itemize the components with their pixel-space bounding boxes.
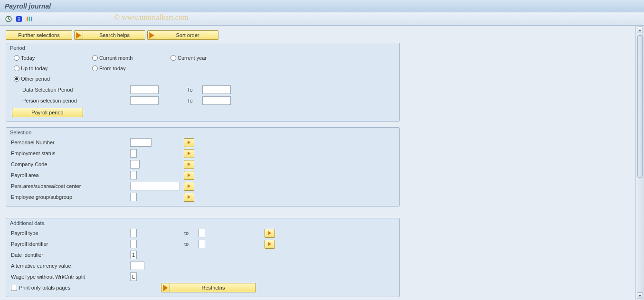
wage-type-row: WageType without WrkCntr split L: [9, 272, 397, 282]
vertical-scrollbar[interactable]: ▲ ▼: [635, 26, 644, 300]
watermark-text: © www.tutorialkart.com: [114, 13, 188, 22]
radio-icon: [92, 55, 98, 61]
pers-area-multi-button[interactable]: [184, 182, 194, 191]
radio-from-today[interactable]: From today: [92, 66, 126, 71]
further-selections-button[interactable]: Further selections: [6, 30, 72, 40]
alt-currency-label: Alternative currency value: [9, 263, 130, 269]
payroll-identifier-multi-button[interactable]: [265, 240, 275, 249]
sort-order-label: Sort order: [176, 32, 199, 38]
to-label-lc: to: [184, 241, 199, 247]
app-toolbar: © www.tutorialkart.com: [0, 12, 644, 26]
radio-up-to-today[interactable]: Up to today: [14, 66, 92, 71]
arrow-right-icon: [161, 283, 170, 292]
data-selection-period-row: Data Selection Period To: [9, 84, 397, 95]
payroll-area-row: Payroll area: [9, 170, 397, 180]
pers-area-row: Pers.area/subarea/cost center: [9, 181, 397, 191]
radio-current-month[interactable]: Current month: [92, 55, 170, 61]
payroll-area-label: Payroll area: [9, 172, 130, 178]
svg-rect-4: [27, 17, 28, 21]
data-sel-period-from-input[interactable]: [130, 85, 159, 94]
scroll-up-arrow-icon[interactable]: ▲: [637, 27, 643, 33]
radio-other-period[interactable]: Other period: [14, 76, 50, 82]
scroll-down-arrow-icon[interactable]: ▼: [637, 292, 643, 299]
employment-status-label: Employment status: [9, 150, 130, 156]
radio-from-today-label: From today: [99, 66, 126, 71]
period-group: Period Today Current month Current year: [6, 43, 400, 122]
payroll-period-label: Payroll period: [31, 110, 63, 115]
radio-icon: [14, 66, 19, 71]
scroll-thumb[interactable]: [637, 35, 643, 178]
payroll-type-multi-button[interactable]: [265, 229, 275, 238]
search-helps-label: Search helps: [99, 32, 130, 38]
radio-current-year[interactable]: Current year: [170, 55, 207, 61]
scroll-area: Further selections Search helps Sort ord…: [0, 26, 635, 300]
data-selection-period-label: Data Selection Period: [9, 87, 130, 93]
additional-data-group: Additional data Payroll type to Payroll …: [6, 218, 400, 297]
company-code-multi-button[interactable]: [184, 160, 194, 169]
alt-currency-row: Alternative currency value: [9, 261, 397, 271]
alt-currency-input[interactable]: [130, 262, 144, 270]
emp-group-multi-button[interactable]: [184, 193, 194, 202]
date-identifier-input[interactable]: 1: [130, 251, 137, 259]
person-sel-period-to-input[interactable]: [202, 96, 231, 105]
selection-group-title: Selection: [9, 130, 397, 135]
data-sel-period-to-input[interactable]: [202, 85, 231, 94]
payroll-identifier-to-input[interactable]: [199, 240, 205, 248]
radio-today[interactable]: Today: [14, 55, 92, 61]
payroll-area-input[interactable]: [130, 171, 137, 179]
to-label-lc: to: [184, 230, 199, 236]
content-area: Further selections Search helps Sort ord…: [0, 26, 644, 300]
selection-group: Selection Personnel Number Employment st…: [6, 127, 400, 206]
print-only-row: Print only totals pages Restrictns: [9, 282, 397, 293]
employment-status-input[interactable]: [130, 149, 137, 158]
personnel-number-multi-button[interactable]: [184, 138, 194, 147]
person-sel-period-from-input[interactable]: [130, 96, 159, 105]
restrictions-label: Restrictns: [202, 285, 225, 291]
svg-rect-5: [29, 17, 30, 21]
radio-icon: [92, 66, 98, 71]
restrictions-button[interactable]: Restrictns: [161, 283, 256, 292]
radio-icon: [14, 55, 19, 61]
info-icon[interactable]: [15, 15, 23, 23]
search-helps-button[interactable]: Search helps: [74, 30, 145, 40]
company-code-input[interactable]: [130, 160, 140, 169]
svg-rect-3: [19, 19, 19, 21]
date-identifier-row: Date identifier 1: [9, 250, 397, 260]
pers-area-input[interactable]: [130, 182, 180, 190]
radio-other-period-label: Other period: [21, 76, 50, 82]
employment-status-row: Employment status: [9, 148, 397, 159]
sort-order-button[interactable]: Sort order: [147, 30, 218, 40]
company-code-row: Company Code: [9, 159, 397, 169]
execute-icon[interactable]: [5, 15, 12, 23]
payroll-area-multi-button[interactable]: [184, 171, 194, 180]
date-identifier-label: Date identifier: [9, 252, 130, 258]
radio-up-to-today-label: Up to today: [21, 66, 47, 71]
payroll-period-button[interactable]: Payroll period: [12, 108, 83, 117]
payroll-type-from-input[interactable]: [130, 229, 137, 237]
period-radio-row-2: Up to today From today: [9, 63, 397, 74]
emp-group-label: Employee group/subgroup: [9, 194, 130, 200]
payroll-identifier-from-input[interactable]: [130, 240, 137, 248]
radio-icon: [14, 76, 19, 82]
pers-area-label: Pers.area/subarea/cost center: [9, 183, 130, 189]
person-selection-period-label: Person selection period: [9, 98, 130, 103]
to-label: To: [187, 87, 202, 93]
wage-type-input[interactable]: L: [130, 272, 137, 281]
payroll-type-to-input[interactable]: [199, 229, 205, 237]
emp-group-row: Employee group/subgroup: [9, 192, 397, 202]
period-group-title: Period: [9, 45, 397, 51]
print-only-checkbox[interactable]: [11, 285, 17, 291]
employment-status-multi-button[interactable]: [184, 149, 194, 158]
svg-rect-2: [19, 17, 19, 18]
period-radio-row-1: Today Current month Current year: [9, 53, 397, 63]
color-bars-icon[interactable]: [26, 15, 33, 23]
personnel-number-label: Personnel Number: [9, 140, 130, 145]
payroll-identifier-label: Payroll identifier: [9, 241, 130, 247]
radio-current-month-label: Current month: [99, 55, 133, 61]
emp-group-input[interactable]: [130, 193, 137, 201]
personnel-number-input[interactable]: [130, 138, 152, 147]
svg-rect-6: [31, 17, 32, 21]
radio-today-label: Today: [21, 55, 35, 61]
print-only-label: Print only totals pages: [19, 285, 70, 291]
company-code-label: Company Code: [9, 161, 130, 167]
